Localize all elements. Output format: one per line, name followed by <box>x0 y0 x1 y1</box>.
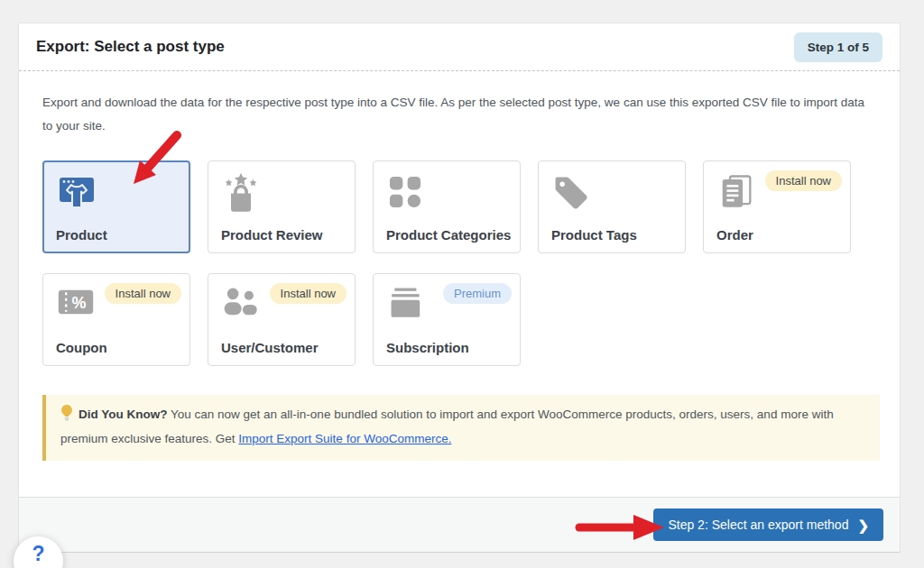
install-now-badge[interactable]: Install now <box>765 170 842 191</box>
page-title: Export: Select a post type <box>36 38 225 56</box>
card-product-tags[interactable]: Product Tags <box>538 160 686 253</box>
chevron-right-icon: ❯ <box>857 518 869 532</box>
card-order[interactable]: Install now Order <box>703 160 851 253</box>
order-icon <box>716 197 756 212</box>
categories-icon <box>386 198 424 214</box>
next-step-button[interactable]: Step 2: Select an export method ❯ <box>653 508 883 541</box>
premium-badge[interactable]: Premium <box>443 283 512 304</box>
card-subscription[interactable]: Premium Subscription <box>373 273 521 366</box>
tags-icon <box>551 200 591 215</box>
lightbulb-icon <box>60 405 73 428</box>
install-now-badge[interactable]: Install now <box>105 283 181 304</box>
users-icon <box>221 307 261 323</box>
card-coupon[interactable]: % Install now Coupon <box>42 273 190 366</box>
card-label: Product Tags <box>551 227 637 243</box>
panel-header: Export: Select a post type Step 1 of 5 <box>19 23 900 71</box>
card-label: Coupon <box>56 340 107 355</box>
review-icon <box>221 200 261 215</box>
card-label: Product <box>56 227 107 243</box>
card-label: Order <box>716 227 753 243</box>
post-type-card-grid: Product Product Review <box>42 160 855 366</box>
import-export-suite-link[interactable]: Import Export Suite for WooCommerce. <box>238 432 451 445</box>
page: { "header": { "title": "Export: Select a… <box>0 0 924 568</box>
subscription-icon <box>386 307 426 323</box>
card-product-categories[interactable]: Product Categories <box>373 160 521 253</box>
card-product[interactable]: Product <box>42 160 190 253</box>
product-icon <box>56 198 97 214</box>
intro-text: Export and download the data for the res… <box>42 91 876 139</box>
card-label: Product Categories <box>386 227 511 243</box>
step-indicator-badge: Step 1 of 5 <box>794 32 882 62</box>
next-step-button-label: Step 2: Select an export method <box>668 518 848 532</box>
export-wizard-panel: Export: Select a post type Step 1 of 5 E… <box>18 23 901 553</box>
did-you-know-notice: Did You Know? You can now get an all-in-… <box>42 395 880 462</box>
panel-footer: Step 2: Select an export method ❯ <box>19 497 900 552</box>
card-product-review[interactable]: Product Review <box>208 160 356 253</box>
panel-body: Export and download the data for the res… <box>19 71 900 497</box>
notice-bold-text: Did You Know? <box>79 408 168 421</box>
card-label: Subscription <box>386 340 469 355</box>
question-mark-icon: ? <box>32 542 44 566</box>
coupon-icon: % <box>56 306 96 321</box>
install-now-badge[interactable]: Install now <box>270 283 346 304</box>
card-label: User/Customer <box>221 340 319 355</box>
card-user-customer[interactable]: Install now User/Customer <box>208 273 356 366</box>
svg-text:%: % <box>72 293 87 311</box>
card-label: Product Review <box>221 227 323 243</box>
